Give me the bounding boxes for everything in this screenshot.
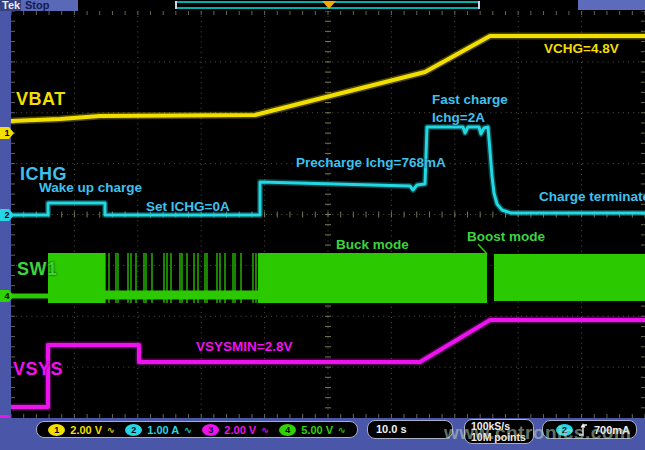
trigger-readout[interactable]: 2 700mA bbox=[542, 420, 637, 439]
acquisition-status-button[interactable]: Stop bbox=[21, 0, 78, 11]
channel-4-scale: 5.00 V bbox=[301, 424, 333, 436]
channel-4-readout[interactable]: 4 5.00 V ∿ bbox=[279, 424, 345, 436]
tek-logo: Tek bbox=[2, 0, 20, 11]
menu-area[interactable] bbox=[578, 0, 645, 10]
channel-4-badge: 4 bbox=[279, 424, 296, 436]
channel-3-scale: 2.00 V bbox=[224, 424, 256, 436]
channel-3-badge: 3 bbox=[202, 424, 219, 436]
trigger-level-value: 700mA bbox=[594, 424, 630, 436]
trigger-source-badge: 2 bbox=[556, 424, 573, 436]
channel-1-badge: 1 bbox=[48, 424, 65, 436]
oscilloscope-screen: Tek Stop VBATVCHG=4.8VICHGWake up charge… bbox=[0, 0, 645, 450]
channel-1-readout[interactable]: 1 2.00 V ∿ bbox=[48, 424, 114, 436]
waveform-display: VBATVCHG=4.8VICHGWake up chargeSet ICHG=… bbox=[11, 11, 645, 418]
timebase-value: 10.0 s bbox=[368, 421, 452, 438]
channel-3-readout[interactable]: 3 2.00 V ∿ bbox=[202, 424, 268, 436]
timebase-readout[interactable]: 10.0 s bbox=[367, 420, 453, 439]
trigger-rising-edge-icon bbox=[578, 423, 589, 436]
channel-3-bandwidth-icon: ∿ bbox=[261, 425, 269, 435]
acquisition-status-label: Stop bbox=[21, 0, 78, 11]
channel-1-scale: 2.00 V bbox=[70, 424, 102, 436]
channel-1-bandwidth-icon: ∿ bbox=[107, 425, 115, 435]
channel-2-scale: 1.00 A bbox=[147, 424, 179, 436]
channel-readouts-box[interactable]: 1 2.00 V ∿ 2 1.00 A ∿ 3 2.00 V ∿ 4 5.00 … bbox=[36, 421, 358, 438]
record-length-value: 10M points bbox=[465, 432, 533, 443]
trigger-position-marker[interactable] bbox=[322, 1, 336, 9]
channel-4-bandwidth-icon: ∿ bbox=[338, 425, 346, 435]
channel-2-badge: 2 bbox=[125, 424, 142, 436]
scope-header: Tek Stop bbox=[0, 0, 645, 11]
acquisition-readout[interactable]: 100kS/s 10M points bbox=[464, 419, 534, 444]
channel-2-bandwidth-icon: ∿ bbox=[184, 425, 192, 435]
status-bar: 1 2.00 V ∿ 2 1.00 A ∿ 3 2.00 V ∿ 4 5.00 … bbox=[0, 418, 645, 450]
waveform-traces bbox=[11, 11, 645, 418]
channel-2-readout[interactable]: 2 1.00 A ∿ bbox=[125, 424, 192, 436]
